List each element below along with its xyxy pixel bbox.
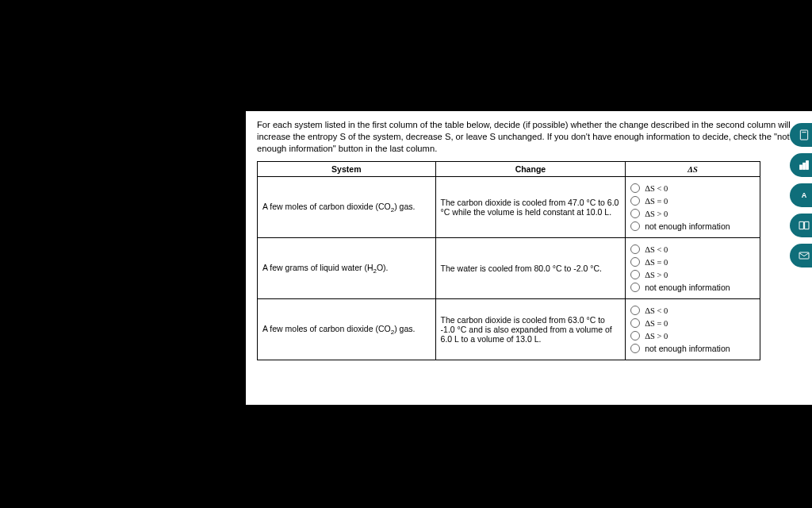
option-ds-gt[interactable]: ΔS > 0 [630, 209, 755, 218]
header-system: System [258, 162, 436, 177]
radio-icon [630, 221, 640, 231]
svg-rect-8 [800, 165, 802, 169]
svg-rect-0 [800, 130, 807, 140]
option-not-enough[interactable]: not enough information [630, 283, 755, 292]
option-not-enough[interactable]: not enough information [630, 344, 755, 353]
svg-rect-12 [799, 252, 809, 259]
change-cell: The water is cooled from 80.0 °C to -2.0… [435, 238, 626, 299]
option-ds-lt[interactable]: ΔS < 0 [630, 183, 755, 193]
radio-icon [630, 344, 640, 353]
radio-icon [630, 283, 640, 292]
change-cell: The carbon dioxide is cooled from 47.0 °… [435, 177, 626, 238]
options-cell: ΔS < 0 ΔS = 0 ΔS > 0 not enough informat… [626, 177, 760, 238]
header-ds: ΔS [626, 162, 760, 177]
mail-button[interactable] [790, 244, 812, 267]
svg-rect-9 [803, 163, 806, 169]
option-ds-lt[interactable]: ΔS < 0 [630, 306, 755, 315]
side-toolbar: A [790, 123, 812, 267]
bar-chart-button[interactable] [790, 153, 812, 177]
table-row: A few moles of carbon dioxide (CO2) gas.… [258, 299, 760, 360]
radio-icon [630, 209, 640, 218]
radio-icon [630, 318, 640, 328]
options-cell: ΔS < 0 ΔS = 0 ΔS > 0 not enough informat… [626, 238, 760, 299]
radio-icon [630, 244, 640, 254]
options-cell: ΔS < 0 ΔS = 0 ΔS > 0 not enough informat… [626, 299, 760, 360]
periodic-table-button[interactable]: A [790, 183, 812, 207]
change-cell: The carbon dioxide is cooled from 63.0 °… [435, 299, 626, 360]
system-cell: A few moles of carbon dioxide (CO2) gas. [258, 177, 436, 238]
radio-icon [630, 270, 640, 279]
radio-icon [630, 331, 640, 341]
book-icon [798, 219, 810, 232]
periodic-table-icon: A [802, 191, 807, 199]
system-cell: A few grams of liquid water (H2O). [258, 238, 436, 299]
table-row: A few moles of carbon dioxide (CO2) gas.… [258, 177, 760, 238]
question-panel: For each system listed in the first colu… [246, 111, 812, 405]
calculator-icon [798, 129, 810, 141]
calculator-button[interactable] [790, 123, 812, 147]
entropy-table: System Change ΔS A few moles of carbon d… [257, 161, 760, 360]
option-not-enough[interactable]: not enough information [630, 221, 755, 231]
option-ds-eq[interactable]: ΔS = 0 [630, 196, 755, 206]
instructions-text: For each system listed in the first colu… [257, 119, 801, 155]
radio-icon [630, 257, 640, 267]
option-ds-eq[interactable]: ΔS = 0 [630, 318, 755, 328]
radio-icon [630, 306, 640, 315]
mail-icon [798, 249, 810, 262]
option-ds-lt[interactable]: ΔS < 0 [630, 244, 755, 254]
svg-rect-10 [806, 161, 809, 170]
header-change: Change [435, 162, 626, 177]
radio-icon [630, 196, 640, 206]
option-ds-gt[interactable]: ΔS > 0 [630, 270, 755, 279]
table-header-row: System Change ΔS [258, 162, 760, 177]
option-ds-gt[interactable]: ΔS > 0 [630, 331, 755, 341]
system-cell: A few moles of carbon dioxide (CO2) gas. [258, 299, 436, 360]
table-row: A few grams of liquid water (H2O). The w… [258, 238, 760, 299]
radio-icon [630, 183, 640, 193]
option-ds-eq[interactable]: ΔS = 0 [630, 257, 755, 267]
book-button[interactable] [790, 214, 812, 237]
bar-chart-icon [798, 159, 810, 171]
